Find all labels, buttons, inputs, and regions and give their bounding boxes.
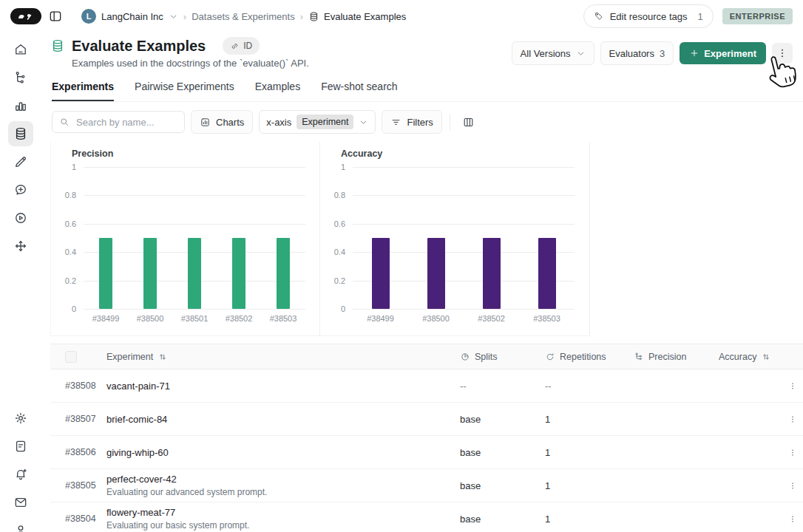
experiment-name[interactable]: giving-whip-60 <box>106 447 460 458</box>
experiment-id: #38504 <box>50 514 106 524</box>
bar-#38500[interactable] <box>427 238 445 309</box>
sort-icon[interactable] <box>157 352 168 362</box>
bar-chart-icon <box>13 98 28 113</box>
x-axis-selector[interactable]: x-axis Experiment <box>259 110 376 134</box>
sidebar-item-pencil[interactable] <box>8 149 33 174</box>
copy-id-button[interactable]: ID <box>223 37 260 55</box>
mail-icon <box>13 495 28 510</box>
sidebar-top-group <box>8 37 33 262</box>
row-menu-button[interactable] <box>784 410 802 428</box>
person-icon <box>13 523 28 532</box>
splits-value: base <box>460 514 545 525</box>
pie-chart-icon <box>460 352 470 362</box>
experiment-name-cell: flowery-meat-77Evaluating our basic syst… <box>106 507 460 531</box>
bar-#38502[interactable] <box>483 238 501 309</box>
breadcrumb-section[interactable]: Datasets & Experiments <box>192 11 294 22</box>
experiment-id: #38505 <box>50 480 106 491</box>
x-axis-tick: #38499 <box>357 314 404 323</box>
column-accuracy: Accuracy <box>719 352 756 362</box>
chart-title: Precision <box>72 149 113 159</box>
table-row[interactable]: #38506giving-whip-60base1 <box>50 436 803 469</box>
sidebar-item-home[interactable] <box>8 37 33 62</box>
row-menu-button[interactable] <box>784 443 802 461</box>
experiment-name[interactable]: brief-comic-84 <box>106 414 460 425</box>
search-box <box>52 111 185 133</box>
y-axis-tick: 0 <box>54 304 76 313</box>
columns-icon <box>462 116 475 129</box>
sidebar-item-document[interactable] <box>8 434 33 459</box>
y-axis-tick: 1 <box>54 163 76 171</box>
repetitions-value: 1 <box>545 514 634 525</box>
chevron-down-icon <box>576 49 586 58</box>
document-icon <box>13 439 28 454</box>
page-title: Evaluate Examples <box>72 38 206 55</box>
row-menu-button[interactable] <box>784 477 802 494</box>
edit-resource-tags-button[interactable]: Edit resource tags 1 <box>583 4 714 28</box>
sort-icon[interactable] <box>761 352 771 362</box>
filters-button[interactable]: Filters <box>382 110 441 134</box>
table-row[interactable]: #38508vacant-pain-71---- <box>50 369 803 403</box>
page-tabs: Experiments Pairwise Experiments Example… <box>50 69 803 102</box>
x-axis-tick: #38502 <box>468 314 515 323</box>
top-bar: L LangChain Inc › Datasets & Experiments… <box>0 0 803 33</box>
y-axis-tick: 0.4 <box>323 248 345 256</box>
tab-few-shot-search[interactable]: Few-shot search <box>321 81 397 101</box>
y-axis-tick: 0.8 <box>54 191 76 200</box>
bar-#38499[interactable] <box>99 238 112 309</box>
row-menu-button[interactable] <box>784 377 802 395</box>
row-menu-button[interactable] <box>784 510 802 528</box>
sidebar-toggle-icon[interactable] <box>48 9 63 24</box>
bar-#38500[interactable] <box>143 238 157 309</box>
tag-icon <box>594 11 604 21</box>
sidebar-item-bell-plus[interactable] <box>8 462 33 487</box>
database-icon <box>13 126 28 141</box>
sidebar-item-database[interactable] <box>8 121 33 146</box>
experiment-description: Evaluating our basic system prompt. <box>106 520 460 531</box>
main-content: Evaluate Examples ID Examples used in th… <box>41 33 803 532</box>
experiments-toolbar: Charts x-axis Experiment Filters <box>50 102 803 140</box>
columns-button[interactable] <box>458 111 480 133</box>
tab-experiments[interactable]: Experiments <box>52 81 114 101</box>
bar-#38499[interactable] <box>372 238 390 309</box>
table-row[interactable]: #38504flowery-meat-77Evaluating our basi… <box>50 502 803 532</box>
select-all-checkbox[interactable] <box>65 351 77 363</box>
org-switcher-chevron-icon[interactable] <box>169 12 178 21</box>
chart-precision: Precision00.20.40.60.81#38499#38500#3850… <box>50 142 320 336</box>
search-input[interactable] <box>75 116 177 129</box>
chart-gridline <box>353 195 575 196</box>
sidebar-item-gear[interactable] <box>8 406 33 431</box>
sidebar-item-move[interactable] <box>8 233 33 259</box>
bar-#38503[interactable] <box>538 238 556 309</box>
tab-examples[interactable]: Examples <box>255 81 300 101</box>
experiment-name[interactable]: perfect-cover-42 <box>106 474 460 485</box>
all-versions-button[interactable]: All Versions <box>512 41 594 65</box>
x-axis-tick: #38500 <box>126 314 174 323</box>
bar-#38501[interactable] <box>188 238 201 309</box>
experiment-name[interactable]: vacant-pain-71 <box>106 381 460 392</box>
tab-pairwise-experiments[interactable]: Pairwise Experiments <box>135 81 234 101</box>
sidebar-item-chat-plus[interactable] <box>8 177 33 202</box>
bar-#38503[interactable] <box>277 238 290 309</box>
search-icon <box>59 117 70 127</box>
new-experiment-button[interactable]: Experiment <box>680 42 766 64</box>
sidebar-item-bar-chart[interactable] <box>8 93 33 118</box>
table-row[interactable]: #38505perfect-cover-42Evaluating our adv… <box>50 469 803 502</box>
breadcrumb-separator: › <box>300 11 303 22</box>
sidebar-item-person[interactable] <box>8 518 33 532</box>
sidebar-item-flow[interactable] <box>8 65 33 90</box>
breadcrumb-page[interactable]: Evaluate Examples <box>308 11 406 22</box>
chart-accuracy: Accuracy00.20.40.60.81#38499#38500#38502… <box>320 142 590 336</box>
experiment-name[interactable]: flowery-meat-77 <box>106 507 460 518</box>
table-row[interactable]: #38507brief-comic-84base1 <box>50 403 803 436</box>
evaluators-button[interactable]: Evaluators 3 <box>600 41 674 65</box>
breadcrumb-org[interactable]: LangChain Inc <box>101 11 163 22</box>
org-avatar[interactable]: L <box>81 9 96 24</box>
bar-#38502[interactable] <box>232 238 245 309</box>
charts-toggle-button[interactable]: Charts <box>191 110 253 134</box>
langsmith-logo[interactable] <box>10 8 41 24</box>
experiment-id: #38507 <box>50 414 106 424</box>
sidebar-item-mail[interactable] <box>8 490 33 515</box>
sidebar-item-play-circle[interactable] <box>8 205 33 231</box>
x-axis-tick: #38500 <box>413 314 460 323</box>
experiment-id: #38508 <box>50 381 106 391</box>
